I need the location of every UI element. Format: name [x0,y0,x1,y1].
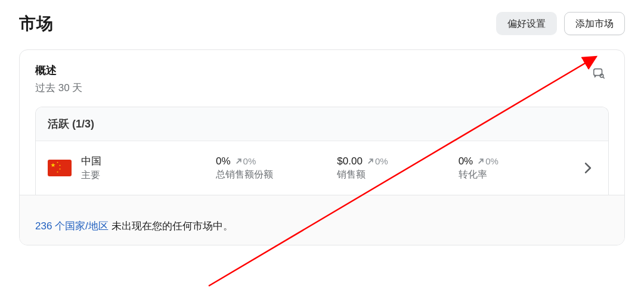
flag-icon-cn [48,160,72,176]
stat-conversion: 0% 0% 转化率 [459,155,570,181]
overview-title: 概述 [35,63,82,77]
market-name: 中国 [81,154,206,168]
overview-subtitle: 过去 30 天 [35,81,82,95]
overview-header: 概述 过去 30 天 [20,50,624,107]
search-report-button[interactable] [589,63,609,83]
stat-delta: 0% [478,156,499,166]
row-chevron [580,163,596,173]
card-footer: 236 个国家/地区 未出现在您的任何市场中。 [20,195,624,245]
footer-suffix: 未出现在您的任何市场中。 [109,220,233,232]
arrow-up-right-icon [367,158,374,164]
chevron-right-icon [584,163,592,173]
market-tag: 主要 [81,169,206,182]
chat-search-icon [592,67,605,80]
stat-delta: 0% [236,156,256,166]
stat-value: $0.00 [337,155,363,167]
header-actions: 偏好设置 添加市场 [496,12,625,35]
arrow-up-right-icon [236,158,242,164]
stat-share: 0% 0% 总销售额份额 [216,155,327,181]
page-title: 市场 [19,13,53,35]
stat-value: 0% [459,155,473,167]
add-market-button[interactable]: 添加市场 [564,12,625,35]
overview-card: 概述 过去 30 天 活跃 (1/3) 中国 主要 [19,49,625,245]
active-markets-heading: 活跃 (1/3) [36,107,608,141]
market-row[interactable]: 中国 主要 0% 0% 总销售额份额 $0.00 [36,141,608,195]
stat-label: 销售额 [337,169,448,181]
stat-sales: $0.00 0% 销售额 [337,155,448,181]
market-name-block: 中国 主要 [81,154,206,182]
countries-link[interactable]: 236 个国家/地区 [35,220,109,232]
preferences-button[interactable]: 偏好设置 [496,12,557,35]
arrow-up-right-icon [478,158,484,164]
page-header: 市场 偏好设置 添加市场 [19,12,625,35]
active-markets-panel: 活跃 (1/3) 中国 主要 0% 0% [35,107,609,195]
stat-value: 0% [216,155,231,167]
stat-delta: 0% [367,156,388,166]
stat-label: 总销售额份额 [216,169,327,181]
svg-line-2 [603,77,604,79]
stat-label: 转化率 [459,169,570,181]
